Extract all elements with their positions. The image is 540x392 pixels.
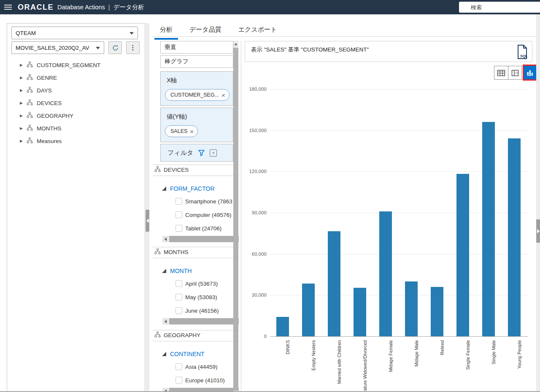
chart-bar[interactable] (276, 317, 289, 336)
chip-close-icon[interactable]: × (221, 92, 225, 98)
bar-chart-icon (526, 69, 535, 76)
section-divider (153, 330, 239, 330)
scrollbar-thumb[interactable] (169, 318, 239, 324)
hierarchy-icon (27, 74, 33, 82)
filter-funnel-icon[interactable] (198, 150, 205, 156)
tab-analysis[interactable]: 分析 (154, 24, 178, 40)
oracle-logo: ORACLE (18, 3, 54, 12)
right-splitter-expand-handle[interactable] (536, 219, 540, 243)
y-tick-label: 30,000 (244, 292, 267, 297)
tree-item-geography[interactable]: ▶GEOGRAPHY (7, 109, 145, 122)
filter-checkbox-item: April (53673) (176, 280, 218, 287)
tree-item-devices[interactable]: ▶DEVICES (7, 97, 145, 109)
right-splitter[interactable] (536, 14, 540, 392)
category-label: Single Female (465, 340, 470, 370)
scrollbar-up-button[interactable] (233, 41, 238, 47)
analytic-view-select[interactable]: MOVIE_SALES_2020Q2_AV (11, 41, 104, 54)
chart-bar[interactable] (354, 288, 366, 336)
x-axis-chip[interactable]: CUSTOMER_SEG... × (165, 89, 230, 101)
expand-arrow-icon[interactable]: ▶ (20, 114, 23, 118)
expand-arrow-icon[interactable]: ▶ (20, 76, 23, 80)
chart-bar[interactable] (482, 122, 495, 337)
tree-item-label: Measures (37, 138, 62, 144)
checkbox[interactable] (176, 377, 182, 384)
checkbox-label: June (46156) (185, 308, 219, 314)
y-tick-label: 0 (244, 334, 267, 339)
tab-export[interactable]: エクスポート (233, 24, 283, 40)
checkbox[interactable] (176, 280, 182, 287)
expand-arrow-icon[interactable]: ▶ (20, 101, 23, 105)
builder-scrollbar[interactable] (233, 41, 238, 392)
filter-label: フィルタ (167, 149, 193, 157)
tree-item-months[interactable]: ▶MONTHS (7, 122, 145, 135)
checkbox[interactable] (176, 198, 182, 205)
clear-filter-icon[interactable]: × (210, 149, 217, 157)
y-tick-label: 150,000 (244, 128, 267, 133)
chevron-down-icon (96, 47, 100, 49)
scrollbar-thumb[interactable] (233, 48, 238, 391)
section-divider (153, 165, 239, 165)
checkbox-label: Europe (41010) (185, 377, 225, 384)
checkbox[interactable] (176, 307, 182, 314)
checkbox[interactable] (176, 211, 182, 218)
expand-arrow-icon[interactable]: ▶ (20, 88, 23, 92)
group-label: FORM_FACTOR (170, 185, 215, 192)
expand-arrow-icon[interactable]: ▶ (20, 126, 23, 130)
tree-item-days[interactable]: ▶DAYS (7, 84, 145, 97)
hierarchy-icon (27, 61, 33, 69)
filter-dropzone[interactable]: フィルタ × (160, 144, 233, 162)
kebab-menu-button[interactable]: ⋮ (126, 41, 140, 54)
scrollbar-left-button[interactable] (162, 318, 168, 324)
scrollbar-left-button[interactable] (162, 236, 168, 242)
tree-item-customer_segment[interactable]: ▶CUSTOMER_SEGMENT (7, 59, 145, 71)
orientation-select[interactable]: 垂直 (160, 41, 233, 54)
checkbox[interactable] (176, 294, 182, 300)
y-axis-chip[interactable]: SALES × (165, 125, 198, 137)
expand-arrow-icon[interactable]: ▶ (20, 63, 23, 67)
x-axis-dropzone[interactable]: X軸 CUSTOMER_SEG... × (160, 71, 233, 106)
expanded-triangle-icon (162, 187, 166, 191)
group-month[interactable]: MONTH (162, 268, 192, 274)
chip-close-icon[interactable]: × (190, 128, 194, 135)
checkbox[interactable] (176, 225, 182, 232)
query-summary-text: 表示 "SALES" 基準 "CUSTOMER_SEGMENT" (251, 46, 369, 54)
refresh-button[interactable] (108, 41, 122, 54)
view-chart-button[interactable] (524, 66, 537, 79)
chart-type-select[interactable]: 棒グラフ (160, 55, 233, 68)
checkbox-label: Asia (44459) (185, 364, 218, 370)
schema-select[interactable]: QTEAM (11, 27, 138, 39)
checkbox[interactable] (176, 363, 182, 370)
search-input[interactable] (459, 2, 540, 13)
horizontal-scrollbar[interactable] (162, 236, 239, 242)
chart-bar[interactable] (405, 281, 418, 336)
chart-bar[interactable] (456, 174, 469, 337)
view-table-button[interactable] (494, 66, 508, 80)
hierarchy-icon (27, 112, 33, 120)
tree-item-label: DAYS (37, 87, 52, 94)
tree-item-measures[interactable]: ▶Measures (7, 135, 145, 147)
hamburger-menu-icon[interactable] (4, 5, 12, 10)
tab-data-quality[interactable]: データ品質 (184, 24, 227, 40)
expand-arrow-icon[interactable]: ▶ (20, 139, 23, 143)
scrollbar-thumb[interactable] (169, 236, 239, 242)
chart-bar[interactable] (379, 211, 392, 336)
group-form_factor[interactable]: FORM_FACTOR (162, 185, 215, 192)
orientation-value: 垂直 (165, 43, 176, 51)
tree-item-genre[interactable]: ▶GENRE (7, 71, 145, 84)
horizontal-scrollbar[interactable] (162, 318, 239, 324)
chart-bar[interactable] (302, 284, 315, 336)
left-splitter[interactable] (146, 23, 149, 392)
bar-chart: 030,00060,00090,000120,000150,000180,000… (244, 80, 536, 392)
y-axis-dropzone[interactable]: 値(Y軸) SALES × (160, 108, 233, 142)
left-splitter-collapse-handle[interactable] (146, 210, 149, 232)
category-label: Midage Male (414, 340, 419, 367)
pivot-icon (511, 70, 519, 76)
chart-bar[interactable] (508, 138, 521, 336)
top-header-bar: ORACLE Database Actions | データ分析 (0, 0, 540, 14)
sql-document-icon[interactable]: SQL (517, 44, 528, 61)
view-pivot-button[interactable] (508, 66, 522, 80)
section-header-geography: GEOGRAPHY (154, 331, 200, 339)
chart-bar[interactable] (328, 231, 340, 336)
group-continent[interactable]: CONTINENT (162, 351, 205, 357)
chart-bar[interactable] (431, 287, 443, 336)
